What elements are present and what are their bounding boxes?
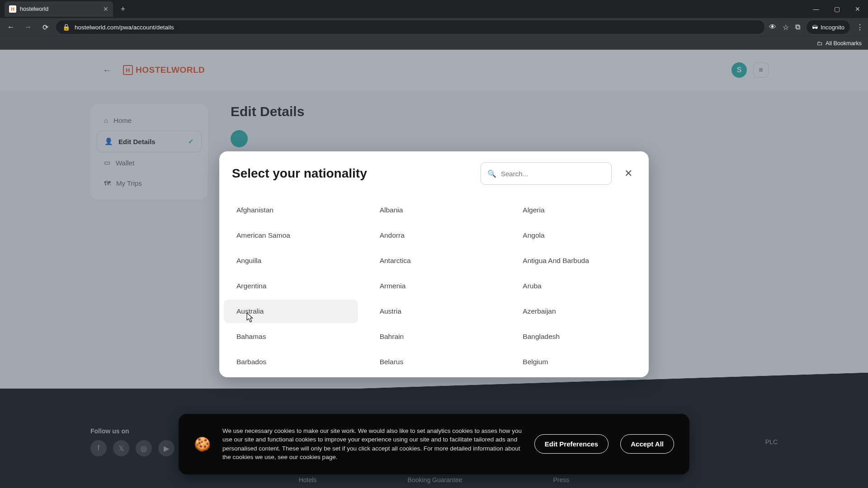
nationality-option[interactable]: Australia xyxy=(224,300,358,323)
browser-tab[interactable]: H hostelworld ✕ xyxy=(5,1,113,17)
eye-off-icon[interactable]: 👁 xyxy=(769,23,776,31)
modal-title: Select your nationality xyxy=(232,166,367,181)
bookmark-star-icon[interactable]: ☆ xyxy=(783,23,789,32)
nationality-option[interactable]: American Samoa xyxy=(224,224,358,247)
window-minimize[interactable]: — xyxy=(806,0,826,18)
extensions-icon[interactable]: ⧉ xyxy=(795,23,800,31)
search-input[interactable] xyxy=(501,170,605,178)
folder-icon: 🗀 xyxy=(817,40,823,47)
nationality-option[interactable]: Anguilla xyxy=(224,249,358,272)
cookie-icon: 🍪 xyxy=(194,436,211,452)
site-lock-icon[interactable]: 🔒 xyxy=(62,23,70,31)
nav-forward-icon: → xyxy=(22,21,34,33)
nationality-option[interactable]: Algeria xyxy=(510,198,644,222)
cookie-text: We use necessary cookies to make our sit… xyxy=(222,427,523,462)
incognito-label: Incognito xyxy=(821,24,844,31)
bookmarks-bar: 🗀 All Bookmarks xyxy=(0,36,868,50)
search-icon: 🔍 xyxy=(487,169,496,178)
accept-all-button[interactable]: Accept All xyxy=(620,434,674,454)
close-icon[interactable]: ✕ xyxy=(621,166,636,181)
nationality-option[interactable]: Afghanistan xyxy=(224,198,358,222)
nationality-option[interactable]: Antigua And Barbuda xyxy=(510,249,644,272)
address-bar[interactable]: 🔒 hostelworld.com/pwa/account/details xyxy=(56,20,764,34)
nationality-option[interactable]: Argentina xyxy=(224,274,358,298)
browser-toolbar: ← → ⟳ 🔒 hostelworld.com/pwa/account/deta… xyxy=(0,18,868,36)
nationality-modal: Select your nationality 🔍 ✕ AfghanistanA… xyxy=(219,151,649,377)
window-close[interactable]: ✕ xyxy=(847,0,868,18)
nav-reload-icon[interactable]: ⟳ xyxy=(39,21,52,33)
nationality-option[interactable]: Azerbaijan xyxy=(510,300,644,323)
url-text: hostelworld.com/pwa/account/details xyxy=(75,24,174,31)
nav-back-icon[interactable]: ← xyxy=(5,21,17,33)
kebab-menu-icon[interactable]: ⋮ xyxy=(856,23,863,32)
window-maximize[interactable]: ▢ xyxy=(826,0,847,18)
nationality-option[interactable]: Bahamas xyxy=(224,325,358,348)
nationality-option[interactable]: Angola xyxy=(510,224,644,247)
nationality-option[interactable]: Antarctica xyxy=(367,249,501,272)
incognito-badge[interactable]: 🕶 Incognito xyxy=(807,20,850,34)
nationality-option[interactable]: Albania xyxy=(367,198,501,222)
nationality-option[interactable]: Bahrain xyxy=(367,325,501,348)
incognito-icon: 🕶 xyxy=(812,24,818,31)
tab-title: hostelworld xyxy=(20,6,99,12)
options-scroll[interactable]: AfghanistanAlbaniaAlgeriaAmerican SamoaA… xyxy=(219,193,649,377)
tab-close-icon[interactable]: ✕ xyxy=(103,5,108,13)
nationality-option[interactable]: Belgium xyxy=(510,350,644,374)
nationality-option[interactable]: Armenia xyxy=(367,274,501,298)
nationality-option[interactable]: Austria xyxy=(367,300,501,323)
all-bookmarks-link[interactable]: All Bookmarks xyxy=(826,40,862,47)
nationality-option[interactable]: Belarus xyxy=(367,350,501,374)
nationality-option[interactable]: Aruba xyxy=(510,274,644,298)
page-viewport: ← H HOSTELWORLD S ≡ ⌂ Home 👤 Edit Detail… xyxy=(0,50,868,488)
edit-preferences-button[interactable]: Edit Preferences xyxy=(534,434,609,454)
cookie-banner: 🍪 We use necessary cookies to make our s… xyxy=(179,414,689,474)
titlebar: H hostelworld ✕ + — ▢ ✕ xyxy=(0,0,868,18)
search-field[interactable]: 🔍 xyxy=(481,162,612,185)
nationality-option[interactable]: Bangladesh xyxy=(510,325,644,348)
new-tab-button[interactable]: + xyxy=(117,3,129,15)
nationality-option[interactable]: Andorra xyxy=(367,224,501,247)
nationality-option[interactable]: Barbados xyxy=(224,350,358,374)
favicon: H xyxy=(9,5,16,13)
